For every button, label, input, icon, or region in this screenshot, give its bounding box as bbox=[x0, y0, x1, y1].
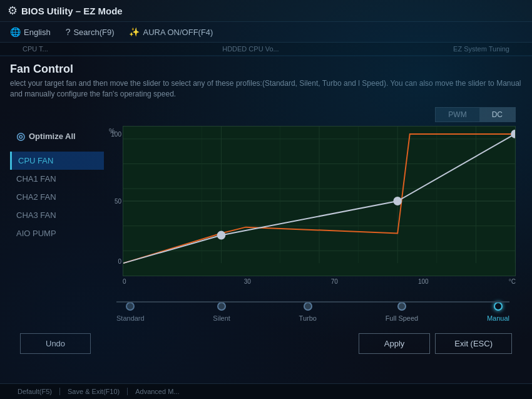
fan-item-cha3[interactable]: CHA3 FAN bbox=[10, 206, 104, 224]
chart-area: PWM DC % 100 50 0 bbox=[104, 107, 522, 322]
aio-pump-label: AIO PUMP bbox=[16, 229, 56, 238]
cpu-fan-label: CPU FAN bbox=[18, 156, 53, 165]
turbo-label: Turbo bbox=[299, 314, 317, 322]
x-70-label: 70 bbox=[331, 278, 338, 285]
svg-point-17 bbox=[511, 130, 515, 138]
footer-advanced[interactable]: Advanced M... bbox=[128, 388, 187, 395]
search-label: Search(F9) bbox=[73, 28, 114, 37]
globe-icon: 🌐 bbox=[10, 27, 21, 37]
cha2-fan-label: CHA2 FAN bbox=[16, 192, 56, 202]
aura-icon: ✨ bbox=[129, 27, 140, 37]
pwm-dc-toggle[interactable]: PWM DC bbox=[435, 107, 516, 122]
section-tab-ez[interactable]: EZ System Tuning bbox=[441, 45, 522, 53]
x-unit-label: °C bbox=[509, 278, 516, 285]
chart-svg bbox=[123, 127, 515, 276]
y-50-label: 50 bbox=[104, 197, 121, 204]
section-tab-cpu[interactable]: CPU T... bbox=[10, 45, 61, 53]
aura-nav[interactable]: ✨ AURA ON/OFF(F4) bbox=[129, 27, 213, 37]
fan-control-header: Fan Control elect your target fan and th… bbox=[10, 63, 522, 100]
aura-label: AURA ON/OFF(F4) bbox=[143, 28, 213, 37]
search-icon: ? bbox=[66, 27, 71, 37]
left-buttons: Undo bbox=[20, 333, 91, 354]
x-axis: 0 30 70 100 °C bbox=[123, 276, 516, 287]
search-nav[interactable]: ? Search(F9) bbox=[66, 27, 115, 37]
app-title: BIOS Utility – EZ Mode bbox=[21, 6, 123, 16]
pwm-button[interactable]: PWM bbox=[436, 108, 479, 122]
apply-button[interactable]: Apply bbox=[359, 333, 431, 354]
section-tabs: CPU T... HDDED CPU Vo... EZ System Tunin… bbox=[0, 43, 532, 56]
cha3-fan-label: CHA3 FAN bbox=[16, 210, 56, 220]
bottom-bar: Undo Apply Exit (ESC) bbox=[10, 327, 522, 360]
gear-icon: ⚙ bbox=[8, 4, 18, 18]
chart-with-axes: % 100 50 0 bbox=[104, 126, 522, 287]
fan-list: ◎ Optimize All CPU FAN CHA1 FAN CHA2 FAN… bbox=[10, 107, 104, 322]
fan-item-aio[interactable]: AIO PUMP bbox=[10, 224, 104, 242]
language-label: English bbox=[24, 28, 51, 37]
slider-track bbox=[116, 301, 509, 303]
undo-button[interactable]: Undo bbox=[20, 333, 91, 354]
optimize-all-label: Optimize All bbox=[29, 132, 76, 141]
right-buttons: Apply Exit (ESC) bbox=[359, 333, 512, 354]
y-0-label: 0 bbox=[104, 258, 121, 265]
section-tab-hdded[interactable]: HDDED CPU Vo... bbox=[210, 45, 291, 53]
fan-control-body: ◎ Optimize All CPU FAN CHA1 FAN CHA2 FAN… bbox=[10, 107, 522, 322]
footer-save-exit[interactable]: Save & Exit(F10) bbox=[60, 388, 128, 395]
main-content: Fan Control elect your target fan and th… bbox=[0, 56, 532, 366]
exit-button[interactable]: Exit (ESC) bbox=[435, 333, 512, 354]
y-100-label: 100 bbox=[104, 131, 121, 138]
profile-slider[interactable]: Standard Silent Turbo Full Speed bbox=[104, 297, 522, 322]
standard-label: Standard bbox=[116, 314, 145, 322]
optimize-all-item[interactable]: ◎ Optimize All bbox=[10, 126, 104, 147]
slider-track-container bbox=[116, 297, 509, 307]
svg-point-15 bbox=[218, 231, 225, 239]
optimize-icon: ◎ bbox=[16, 130, 25, 142]
language-nav[interactable]: 🌐 English bbox=[10, 27, 51, 37]
fan-chart[interactable] bbox=[123, 126, 516, 276]
x-100-label: 100 bbox=[418, 278, 429, 285]
fan-control-desc: elect your target fan and then move the … bbox=[10, 78, 522, 100]
fan-item-cpu[interactable]: CPU FAN bbox=[10, 152, 104, 170]
cha1-fan-label: CHA1 FAN bbox=[16, 174, 56, 184]
fan-item-cha1[interactable]: CHA1 FAN bbox=[10, 170, 104, 188]
title-bar: ⚙ BIOS Utility – EZ Mode bbox=[0, 0, 532, 22]
y-axis: % 100 50 0 bbox=[104, 126, 123, 276]
fan-item-cha2[interactable]: CHA2 FAN bbox=[10, 188, 104, 206]
footer-bar: Default(F5) Save & Exit(F10) Advanced M.… bbox=[0, 383, 532, 399]
x-30-label: 30 bbox=[244, 278, 251, 285]
silent-label: Silent bbox=[213, 314, 230, 322]
x-0-label: 0 bbox=[123, 278, 126, 285]
fan-control-title: Fan Control bbox=[10, 63, 522, 76]
dc-button[interactable]: DC bbox=[479, 108, 515, 122]
footer-default[interactable]: Default(F5) bbox=[10, 388, 60, 395]
full-speed-label: Full Speed bbox=[386, 314, 419, 322]
nav-bar: 🌐 English ? Search(F9) ✨ AURA ON/OFF(F4) bbox=[0, 22, 532, 43]
svg-point-16 bbox=[394, 197, 401, 205]
manual-label: Manual bbox=[487, 314, 509, 322]
